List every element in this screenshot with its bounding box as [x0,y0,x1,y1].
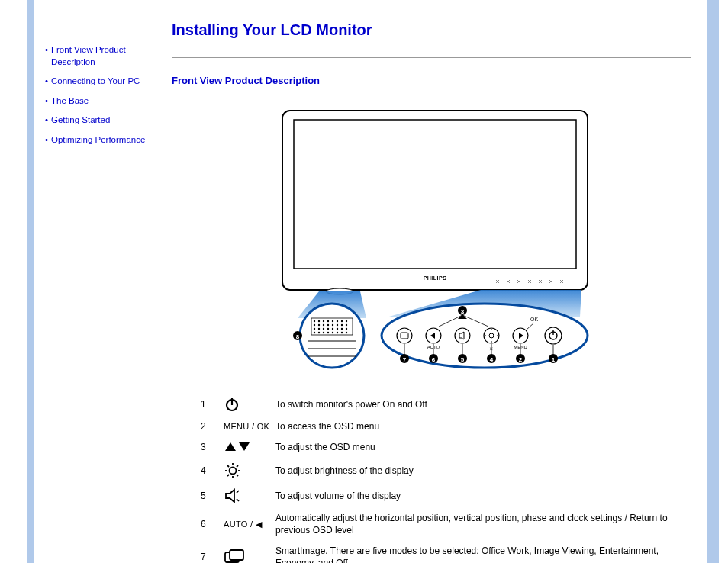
legend-desc: To switch monitor's power On and Off [275,398,689,410]
brightness-icon [224,462,275,480]
svg-text:1: 1 [552,356,556,363]
smartimage-icon [224,549,275,563]
svg-point-32 [327,324,329,326]
svg-point-39 [323,328,324,330]
legend-num: 7 [201,552,224,562]
svg-rect-119 [230,550,243,560]
brand-label: PHILIPS [424,275,447,281]
svg-line-116 [237,491,239,493]
svg-marker-105 [225,442,236,451]
svg-point-43 [341,328,343,330]
bullet-icon: • [42,134,51,146]
svg-line-112 [227,465,229,467]
sidebar-link[interactable]: Optimizing Performance [51,134,145,146]
svg-text:OK: OK [530,317,538,322]
svg-point-19 [300,304,364,368]
bullet-icon: • [42,44,51,56]
svg-point-75 [545,327,562,344]
sidebar-item-base[interactable]: • The Base [42,95,156,108]
svg-point-52 [346,332,347,333]
volume-icon [224,487,275,504]
legend-desc: To access the OSD menu [275,420,689,433]
svg-point-48 [327,332,329,333]
svg-point-29 [314,324,315,326]
svg-rect-1 [294,120,576,269]
svg-point-36 [346,324,347,326]
svg-line-114 [227,475,229,476]
menu-ok-label: MENU / OK [224,422,275,431]
svg-point-21 [314,320,315,322]
svg-text:3: 3 [461,308,465,315]
svg-point-44 [346,328,347,330]
up-down-icon [224,440,275,454]
svg-line-113 [237,475,238,476]
detail-bubble-right: AUTO ☼ MENU [382,304,588,368]
svg-point-26 [337,320,338,322]
svg-point-23 [323,320,324,322]
svg-point-38 [318,328,320,330]
right-accent-stripe [707,0,719,563]
svg-point-49 [332,332,333,333]
legend-row-3: 3 To adjust the OSD menu [201,440,689,454]
svg-line-115 [237,465,238,467]
legend-row-6: 6 AUTO / ◀ Automatically adjust the hori… [201,512,689,536]
svg-point-59 [397,328,412,343]
svg-point-30 [318,324,320,326]
svg-point-35 [341,324,343,326]
bullet-icon: • [42,114,51,127]
svg-text:7: 7 [403,356,407,363]
section-heading: Front View Product Description [172,75,698,86]
sidebar-link[interactable]: Front View Product Description [51,44,156,68]
svg-text:4: 4 [490,356,494,363]
sidebar-nav: • Front View Product Description • Conne… [42,44,156,153]
sidebar-item-getting-started[interactable]: • Getting Started [42,114,156,127]
legend-row-7: 7 SmartImage. There are five modes to be… [201,545,689,563]
page-title: Installing Your LCD Monitor [172,21,698,39]
legend-desc: To adjust brightness of the display [275,465,689,477]
sidebar-link[interactable]: Connecting to Your PC [51,76,140,88]
sidebar-link[interactable]: The Base [51,95,89,108]
legend-num: 2 [201,421,224,432]
sidebar-item-optimizing[interactable]: • Optimizing Performance [42,134,156,146]
legend-row-4: 4 To adjust brightness of the display [201,462,689,480]
legend-row-2: 2 MENU / OK To access the OSD menu [201,420,689,433]
svg-point-40 [327,328,329,330]
svg-line-117 [237,499,239,501]
svg-point-24 [327,320,329,322]
svg-text:8: 8 [296,333,300,340]
svg-point-27 [341,320,343,322]
svg-point-46 [318,332,320,333]
svg-point-28 [346,320,347,322]
main-content: Installing Your LCD Monitor Front View P… [172,21,698,563]
svg-point-34 [337,324,338,326]
legend-table: 1 To switch monitor's power On and Off 2… [201,396,689,563]
sidebar-link[interactable]: Getting Started [51,114,110,127]
legend-num: 1 [201,399,224,410]
legend-desc: SmartImage. There are five modes to be s… [275,545,689,563]
svg-text:5: 5 [461,356,465,363]
svg-point-25 [332,320,333,322]
sidebar-item-front-view[interactable]: • Front View Product Description [42,44,156,68]
svg-point-45 [314,332,315,333]
svg-point-50 [337,332,338,333]
legend-desc: Automatically adjust the horizontal posi… [275,512,689,536]
sidebar-item-connecting[interactable]: • Connecting to Your PC [42,76,156,88]
svg-point-51 [341,332,343,333]
legend-num: 4 [201,465,224,476]
monitor-diagram: PHILIPS [252,103,618,378]
legend-desc: To adjust the OSD menu [275,441,689,453]
svg-point-22 [318,320,320,322]
auto-back-label: AUTO / ◀ [224,520,275,529]
svg-point-42 [337,328,338,330]
svg-marker-106 [239,442,250,451]
svg-point-41 [332,328,333,330]
svg-point-107 [230,468,237,475]
svg-point-33 [332,324,333,326]
divider [172,57,691,58]
left-accent-stripe [27,0,34,563]
legend-num: 6 [201,519,224,529]
legend-row-5: 5 To adjust volume of the display [201,487,689,504]
svg-text:2: 2 [519,356,523,363]
svg-text:6: 6 [432,356,436,363]
legend-desc: To adjust volume of the display [275,490,689,502]
